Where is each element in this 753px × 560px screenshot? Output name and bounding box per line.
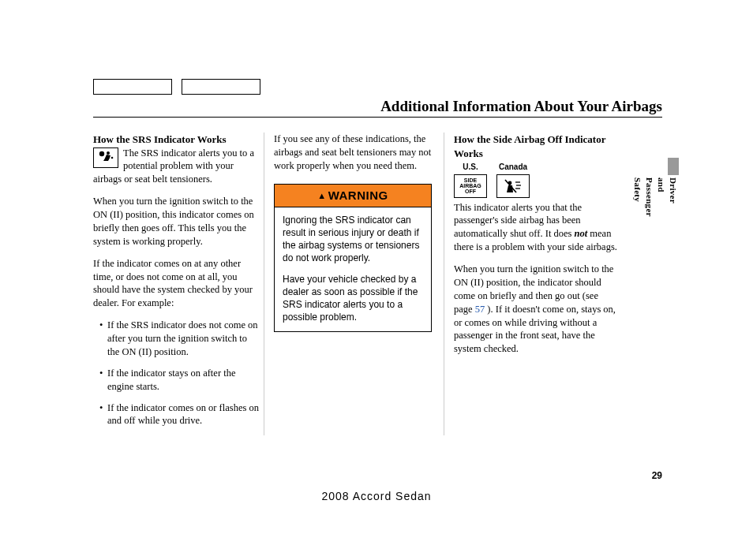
column-3: How the Side Airbag Off Indicator Works … bbox=[444, 133, 624, 435]
warning-text-2: Have your vehicle checked by a dealer as… bbox=[283, 273, 423, 324]
not-emphasis: not bbox=[575, 228, 588, 239]
title-rule bbox=[93, 117, 662, 118]
page-number: 29 bbox=[652, 469, 662, 482]
srs-example-list: If the SRS indicator does not come on af… bbox=[99, 319, 259, 427]
airbag-person-icon bbox=[96, 149, 115, 166]
svg-point-2 bbox=[111, 157, 114, 159]
canada-indicator-block: Canada bbox=[496, 162, 530, 198]
placeholder-box-1 bbox=[93, 79, 172, 95]
warning-label: WARNING bbox=[328, 189, 388, 202]
us-indicator-block: U.S. SIDE AIRBAG OFF bbox=[454, 162, 487, 198]
srs-ignition-text: When you turn the ignition switch to the… bbox=[93, 195, 259, 248]
column-1: How the SRS Indicator Works The SRS indi… bbox=[93, 133, 264, 435]
list-item: If the indicator comes on or flashes on … bbox=[99, 401, 259, 428]
section-label: Driver and Passenger Safety bbox=[632, 177, 679, 217]
canada-label: Canada bbox=[496, 162, 530, 173]
list-item: If the indicator stays on after the engi… bbox=[99, 367, 259, 394]
page-reference-link[interactable]: 57 bbox=[475, 304, 485, 315]
warning-box: ▲WARNING Ignoring the SRS indicator can … bbox=[274, 184, 432, 333]
list-item: If the SRS indicator does not come on af… bbox=[99, 319, 259, 359]
placeholder-box-2 bbox=[182, 79, 260, 95]
top-placeholder-boxes bbox=[93, 79, 260, 95]
side-airbag-intro: This indicator alerts you that the passe… bbox=[454, 201, 619, 255]
srs-heading: How the SRS Indicator Works bbox=[93, 133, 259, 147]
indications-text: If you see any of these indications, the… bbox=[274, 133, 439, 173]
us-label: U.S. bbox=[454, 162, 487, 173]
svg-point-0 bbox=[99, 151, 104, 156]
svg-point-1 bbox=[107, 151, 110, 155]
us-indicator-icon: SIDE AIRBAG OFF bbox=[454, 174, 487, 198]
side-airbag-heading: How the Side Airbag Off Indicator Works bbox=[454, 133, 619, 160]
side-airbag-ignition: When you turn the ignition switch to the… bbox=[454, 263, 619, 356]
footer-vehicle-name: 2008 Accord Sedan bbox=[0, 489, 753, 504]
warning-text-1: Ignoring the SRS indicator can result in… bbox=[283, 214, 423, 265]
warning-body: Ignoring the SRS indicator can result in… bbox=[275, 207, 431, 332]
warning-header: ▲WARNING bbox=[275, 185, 431, 207]
page-title: Additional Information About Your Airbag… bbox=[380, 96, 662, 117]
section-tab bbox=[668, 158, 679, 175]
warning-triangle-icon: ▲ bbox=[317, 191, 326, 200]
indicator-icons-row: U.S. SIDE AIRBAG OFF Canada bbox=[454, 162, 619, 198]
canada-indicator-icon bbox=[496, 174, 530, 198]
srs-indicator-icon bbox=[93, 147, 118, 168]
column-2: If you see any of these indications, the… bbox=[264, 133, 444, 435]
srs-check-text: If the indicator comes on at any other t… bbox=[93, 257, 259, 311]
